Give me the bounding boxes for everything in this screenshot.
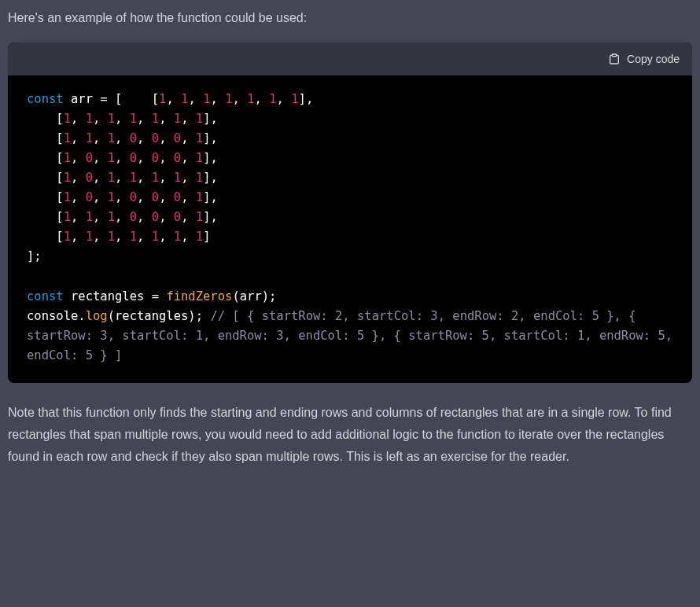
code-block: Copy code const arr = [ [1, 1, 1, 1, 1, … — [8, 42, 692, 384]
code-header: Copy code — [8, 42, 692, 75]
svg-rect-0 — [612, 54, 616, 57]
code-content: const arr = [ [1, 1, 1, 1, 1, 1, 1], [1,… — [8, 75, 692, 384]
copy-code-label: Copy code — [627, 53, 680, 65]
clipboard-icon — [608, 53, 621, 65]
intro-paragraph: Here's an example of how the function co… — [8, 8, 692, 28]
note-paragraph: Note that this function only finds the s… — [8, 402, 692, 468]
copy-code-button[interactable]: Copy code — [608, 53, 680, 65]
